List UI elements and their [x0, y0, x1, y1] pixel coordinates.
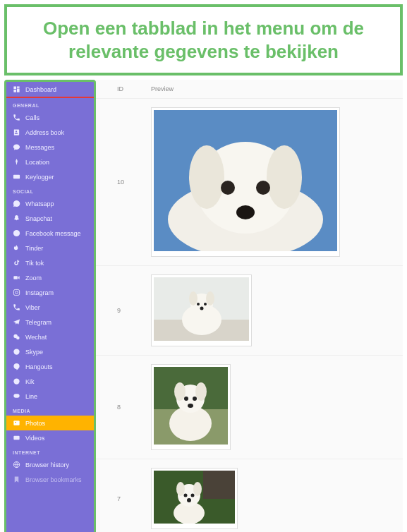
message-icon: [13, 143, 20, 151]
table-row: 7: [96, 459, 403, 532]
sidebar-item-whatsapp[interactable]: Whatsapp: [6, 196, 94, 211]
sidebar-item-tiktok[interactable]: Tik tok: [6, 255, 94, 270]
sidebar: Dashboard GENERAL Calls Address book Mes…: [4, 80, 96, 532]
sidebar-item-dashboard[interactable]: Dashboard: [6, 82, 94, 97]
sidebar-item-address-book[interactable]: Address book: [6, 125, 94, 140]
sidebar-item-label: Videos: [25, 435, 44, 442]
svg-point-17: [189, 145, 224, 209]
sidebar-item-wechat[interactable]: Wechat: [6, 330, 94, 344]
location-icon: [13, 158, 20, 166]
svg-point-7: [13, 349, 19, 354]
sidebar-item-label: Browser bookmarks: [25, 476, 82, 483]
zoom-icon: [13, 274, 20, 282]
svg-point-1: [13, 230, 20, 236]
skype-icon: [13, 348, 20, 356]
svg-point-48: [187, 498, 191, 502]
sidebar-item-label: Calls: [25, 114, 40, 121]
sidebar-item-location[interactable]: Location: [6, 155, 94, 169]
dashboard-icon: [13, 85, 20, 93]
svg-rect-10: [13, 421, 19, 425]
sidebar-item-label: Skype: [25, 349, 43, 356]
globe-icon: [13, 461, 20, 468]
svg-point-8: [13, 378, 19, 384]
tinder-icon: [13, 244, 20, 252]
section-header-internet: INTERNET: [6, 445, 94, 457]
section-header-media: MEDIA: [6, 404, 94, 416]
svg-point-4: [16, 291, 18, 294]
sidebar-item-label: Messages: [25, 144, 54, 151]
table-row: 10: [96, 99, 403, 266]
svg-point-28: [197, 303, 200, 306]
sidebar-item-instagram[interactable]: Instagram: [6, 285, 94, 300]
svg-point-36: [195, 382, 207, 401]
svg-point-21: [236, 205, 255, 219]
svg-point-30: [200, 307, 204, 310]
sidebar-item-keylogger[interactable]: Keylogger: [6, 169, 94, 184]
sidebar-item-calls[interactable]: Calls: [6, 110, 94, 125]
instruction-banner: Open een tabblad in het menu om de relev…: [4, 4, 403, 75]
sidebar-item-label: Photos: [25, 420, 45, 427]
row-preview: [151, 364, 382, 450]
row-preview: [151, 107, 382, 257]
sidebar-item-skype[interactable]: Skype: [6, 344, 94, 359]
sidebar-item-label: Line: [25, 393, 37, 400]
row-id: 7: [117, 495, 151, 502]
main-content: ID Preview 10: [96, 80, 403, 532]
svg-point-26: [189, 291, 198, 306]
sidebar-item-zoom[interactable]: Zoom: [6, 270, 94, 285]
svg-rect-9: [13, 394, 19, 398]
sidebar-item-label: Keylogger: [25, 174, 54, 181]
hangouts-icon: [13, 363, 20, 370]
photo-thumbnail[interactable]: [151, 364, 231, 450]
viber-icon: [13, 303, 20, 311]
svg-rect-41: [203, 471, 235, 499]
svg-point-11: [15, 422, 16, 423]
contacts-icon: [13, 128, 20, 136]
sidebar-item-tinder[interactable]: Tinder: [6, 241, 94, 255]
svg-point-39: [188, 404, 193, 408]
svg-point-19: [221, 181, 235, 195]
instagram-icon: [13, 289, 20, 296]
sidebar-item-browser-history[interactable]: Browser history: [6, 457, 94, 472]
photo-thumbnail[interactable]: [151, 274, 252, 346]
sidebar-item-label: Whatsapp: [25, 200, 54, 207]
svg-point-46: [184, 494, 188, 497]
sidebar-item-label: Telegram: [25, 319, 51, 326]
sidebar-item-label: Location: [25, 159, 49, 166]
svg-point-38: [193, 397, 197, 401]
svg-point-20: [256, 181, 270, 195]
row-id: 8: [117, 404, 151, 411]
sidebar-item-label: Hangouts: [25, 363, 53, 370]
svg-rect-2: [13, 276, 18, 279]
sidebar-item-telegram[interactable]: Telegram: [6, 315, 94, 330]
sidebar-item-browser-bookmarks[interactable]: Browser bookmarks: [6, 472, 94, 487]
sidebar-item-label: Instagram: [25, 289, 54, 296]
table-row: 9: [96, 266, 403, 356]
sidebar-item-hangouts[interactable]: Hangouts: [6, 359, 94, 374]
bookmark-icon: [13, 476, 20, 483]
sidebar-item-photos[interactable]: Photos: [6, 416, 94, 430]
sidebar-item-kik[interactable]: Kik: [6, 374, 94, 389]
sidebar-item-facebook[interactable]: Facebook message: [6, 226, 94, 241]
svg-rect-12: [13, 436, 19, 440]
sidebar-item-snapchat[interactable]: Snapchat: [6, 211, 94, 226]
sidebar-item-videos[interactable]: Videos: [6, 430, 94, 445]
photo-thumbnail[interactable]: [151, 107, 340, 257]
snapchat-icon: [13, 214, 20, 222]
photo-thumbnail[interactable]: [151, 468, 238, 529]
row-preview: [151, 274, 382, 346]
videos-icon: [13, 434, 20, 442]
sidebar-item-label: Zoom: [25, 274, 42, 282]
sidebar-item-messages[interactable]: Messages: [6, 140, 94, 155]
sidebar-item-label: Wechat: [25, 334, 47, 341]
sidebar-item-label: Address book: [25, 129, 64, 136]
sidebar-item-viber[interactable]: Viber: [6, 300, 94, 315]
sidebar-item-label: Dashboard: [25, 86, 56, 93]
section-header-general: GENERAL: [6, 98, 94, 110]
sidebar-item-line[interactable]: Line: [6, 389, 94, 404]
row-id: 10: [117, 179, 151, 186]
wechat-icon: [13, 333, 20, 341]
whatsapp-icon: [13, 200, 20, 207]
column-id: ID: [117, 85, 151, 92]
table-row: 8: [96, 356, 403, 459]
